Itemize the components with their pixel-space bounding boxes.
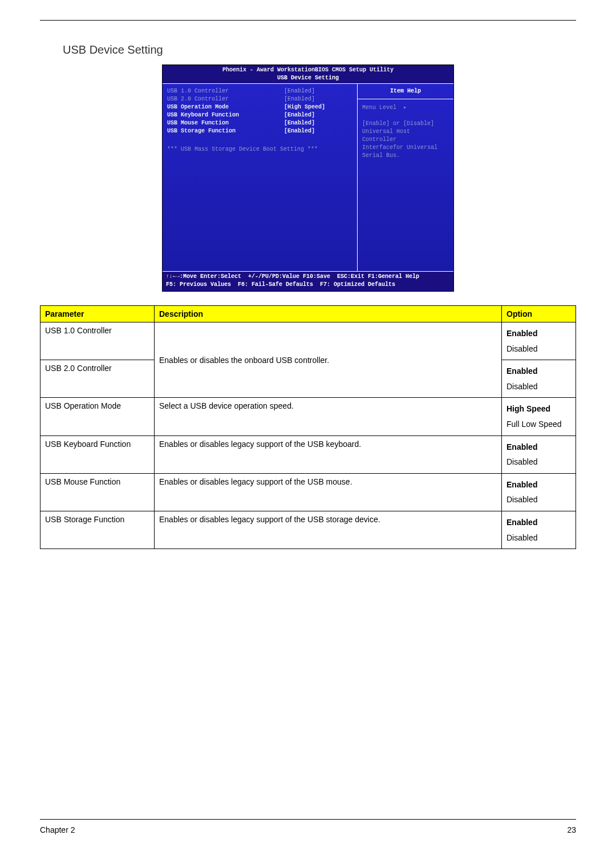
option-value: High Speed: [506, 401, 571, 417]
th-description: Description: [155, 306, 502, 322]
footer-chapter: Chapter 2: [40, 825, 75, 834]
bios-right-pane: Item Help Menu Level ▸ [Enable] or [Disa…: [358, 84, 453, 271]
table-row: USB Storage FunctionEnables or disables …: [40, 511, 576, 549]
cell-description: Enables or disables legacy support of th…: [155, 473, 502, 511]
cell-parameter: USB 1.0 Controller: [40, 322, 155, 360]
bios-setting-row: USB Mouse Function[Enabled]: [167, 119, 352, 127]
th-option: Option: [502, 306, 576, 322]
chevron-right-icon: ▸: [403, 104, 407, 111]
option-value: Disabled: [506, 341, 571, 357]
bios-subtitle: USB Device Setting: [163, 74, 453, 83]
bios-screenshot: Phoenix - Award WorkstationBIOS CMOS Set…: [162, 64, 454, 292]
bios-setting-label: USB Mouse Function: [167, 119, 284, 127]
bios-setting-value: [Enabled]: [284, 111, 352, 119]
table-header-row: Parameter Description Option: [40, 306, 576, 322]
cell-description: Enables or disables legacy support of th…: [155, 435, 502, 473]
bios-footer-f7: F7: Optimized Defaults: [320, 281, 395, 289]
table-row: USB Mouse FunctionEnables or disables le…: [40, 473, 576, 511]
cell-option: EnabledDisabled: [502, 435, 576, 473]
bios-setting-row: USB 2.0 Controller[Enabled]: [167, 95, 352, 103]
bios-footer: ↑↓←→:Move Enter:Select +/-/PU/PD:Value F…: [163, 272, 453, 291]
bios-footer-f6: F6: Fail-Safe Defaults: [238, 281, 313, 289]
bios-footer-f5: F5: Previous Values: [166, 281, 231, 289]
table-row: USB Keyboard FunctionEnables or disables…: [40, 435, 576, 473]
cell-description: Select a USB device operation speed.: [155, 398, 502, 435]
option-value: Enabled: [506, 326, 571, 341]
cell-description: Enables or disables legacy support of th…: [155, 511, 502, 549]
bios-setting-label: USB Keyboard Function: [167, 111, 284, 119]
bios-help-line: Controller: [362, 136, 449, 144]
bios-help-line: Interfacefor Universal: [362, 144, 449, 152]
cell-parameter: USB Mouse Function: [40, 473, 155, 511]
cell-parameter: USB 2.0 Controller: [40, 360, 155, 398]
table-row: USB 1.0 ControllerEnables or disables th…: [40, 322, 576, 360]
option-value: Enabled: [506, 364, 571, 379]
bios-footer-value: +/-/PU/PD:Value F10:Save: [248, 273, 330, 281]
cell-option: EnabledDisabled: [502, 322, 576, 360]
cell-option: High SpeedFull Low Speed: [502, 398, 576, 435]
bios-help-line: [Enable] or [Disable]: [362, 120, 449, 128]
cell-option: EnabledDisabled: [502, 473, 576, 511]
option-value: Enabled: [506, 515, 571, 530]
bios-title: Phoenix - Award WorkstationBIOS CMOS Set…: [163, 65, 453, 74]
bios-setting-row: USB Storage Function[Enabled]: [167, 127, 352, 135]
option-value: Disabled: [506, 492, 571, 507]
bios-setting-label: USB Storage Function: [167, 127, 284, 135]
bios-setting-value: [Enabled]: [284, 95, 352, 103]
parameter-table: Parameter Description Option USB 1.0 Con…: [40, 305, 576, 549]
option-value: Enabled: [506, 477, 571, 493]
bios-setting-row: USB Keyboard Function[Enabled]: [167, 111, 352, 119]
bios-setting-label: USB Operation Mode: [167, 103, 284, 111]
bios-setting-value: [Enabled]: [284, 87, 352, 95]
bios-mass-storage-msg: *** USB Mass Storage Device Boot Setting…: [167, 146, 352, 154]
bios-help-title: Item Help: [358, 84, 453, 99]
cell-parameter: USB Storage Function: [40, 511, 155, 549]
bios-setting-row: USB Operation Mode[High Speed]: [167, 103, 352, 111]
cell-parameter: USB Operation Mode: [40, 398, 155, 435]
option-value: Full Low Speed: [506, 417, 571, 432]
footer-page-number: 23: [567, 825, 576, 834]
bios-menu-level: Menu Level: [362, 104, 396, 111]
bios-setting-label: USB 2.0 Controller: [167, 95, 284, 103]
bios-setting-label: USB 1.0 Controller: [167, 87, 284, 95]
section-title: USB Device Setting: [63, 43, 576, 57]
bios-help-line: Universal Host: [362, 128, 449, 136]
option-value: Disabled: [506, 379, 571, 394]
cell-parameter: USB Keyboard Function: [40, 435, 155, 473]
bios-left-pane: USB 1.0 Controller[Enabled]USB 2.0 Contr…: [163, 84, 358, 271]
option-value: Disabled: [506, 530, 571, 546]
page-footer: Chapter 2 23: [40, 819, 576, 834]
cell-description: Enables or disables the onboard USB cont…: [155, 322, 502, 398]
bios-setting-value: [Enabled]: [284, 119, 352, 127]
bios-setting-row: USB 1.0 Controller[Enabled]: [167, 87, 352, 95]
bios-setting-value: [High Speed]: [284, 103, 352, 111]
bios-setting-value: [Enabled]: [284, 127, 352, 135]
th-parameter: Parameter: [40, 306, 155, 322]
option-value: Disabled: [506, 454, 571, 470]
table-row: USB Operation ModeSelect a USB device op…: [40, 398, 576, 435]
option-value: Enabled: [506, 439, 571, 455]
bios-help-line: Serial Bus.: [362, 152, 449, 160]
top-rule: [40, 20, 576, 21]
cell-option: EnabledDisabled: [502, 360, 576, 398]
bios-footer-move: ↑↓←→:Move Enter:Select: [166, 273, 241, 281]
cell-option: EnabledDisabled: [502, 511, 576, 549]
bios-footer-exit: ESC:Exit F1:General Help: [337, 273, 419, 281]
